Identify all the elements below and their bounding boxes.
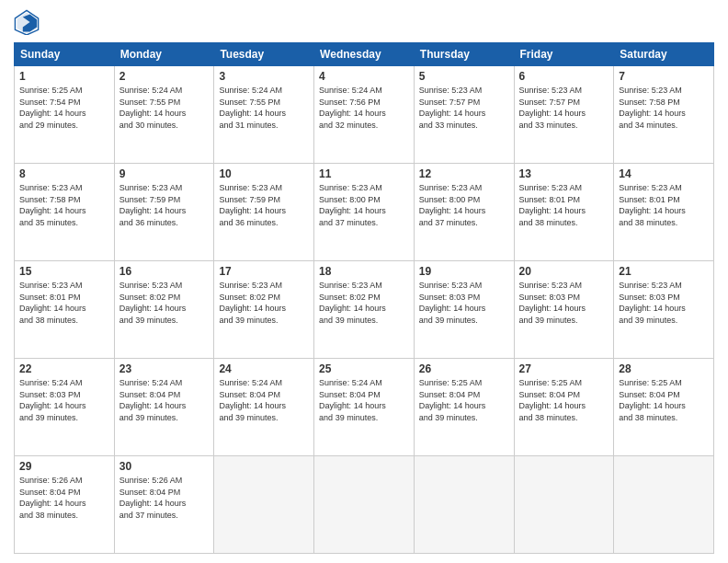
day-info-3-2: Sunrise: 5:24 AM Sunset: 8:04 PM Dayligh…: [219, 377, 309, 423]
week-row-0: 1Sunrise: 5:25 AM Sunset: 7:54 PM Daylig…: [15, 66, 714, 164]
day-cell-4-1: 30Sunrise: 5:26 AM Sunset: 8:04 PM Dayli…: [114, 456, 214, 554]
day-info-3-6: Sunrise: 5:25 AM Sunset: 8:04 PM Dayligh…: [619, 377, 709, 423]
week-row-3: 22Sunrise: 5:24 AM Sunset: 8:03 PM Dayli…: [15, 359, 714, 456]
day-info-4-1: Sunrise: 5:26 AM Sunset: 8:04 PM Dayligh…: [119, 475, 210, 521]
day-number-2-4: 19: [419, 265, 509, 278]
day-cell-0-0: 1Sunrise: 5:25 AM Sunset: 7:54 PM Daylig…: [15, 66, 115, 164]
day-cell-1-6: 14Sunrise: 5:23 AM Sunset: 8:01 PM Dayli…: [614, 164, 714, 261]
day-cell-3-6: 28Sunrise: 5:25 AM Sunset: 8:04 PM Dayli…: [614, 359, 714, 456]
header-wednesday: Wednesday: [314, 43, 415, 66]
header-thursday: Thursday: [414, 43, 514, 66]
day-info-2-1: Sunrise: 5:23 AM Sunset: 8:02 PM Dayligh…: [119, 280, 210, 326]
day-info-2-4: Sunrise: 5:23 AM Sunset: 8:03 PM Dayligh…: [419, 280, 509, 326]
page: Sunday Monday Tuesday Wednesday Thursday…: [0, 0, 728, 563]
day-number-1-5: 13: [519, 167, 609, 180]
day-cell-2-2: 17Sunrise: 5:23 AM Sunset: 8:02 PM Dayli…: [214, 261, 314, 359]
day-number-0-0: 1: [19, 70, 109, 83]
day-cell-3-0: 22Sunrise: 5:24 AM Sunset: 8:03 PM Dayli…: [15, 359, 115, 456]
day-info-1-0: Sunrise: 5:23 AM Sunset: 7:58 PM Dayligh…: [19, 182, 109, 228]
day-cell-2-6: 21Sunrise: 5:23 AM Sunset: 8:03 PM Dayli…: [614, 261, 714, 359]
day-cell-3-3: 25Sunrise: 5:24 AM Sunset: 8:04 PM Dayli…: [314, 359, 415, 456]
day-cell-0-2: 3Sunrise: 5:24 AM Sunset: 7:55 PM Daylig…: [214, 66, 314, 164]
day-number-2-0: 15: [19, 265, 109, 278]
calendar: Sunday Monday Tuesday Wednesday Thursday…: [14, 42, 714, 554]
week-row-4: 29Sunrise: 5:26 AM Sunset: 8:04 PM Dayli…: [15, 456, 714, 554]
day-cell-1-4: 12Sunrise: 5:23 AM Sunset: 8:00 PM Dayli…: [414, 164, 514, 261]
day-cell-0-1: 2Sunrise: 5:24 AM Sunset: 7:55 PM Daylig…: [114, 66, 214, 164]
day-number-4-0: 29: [19, 460, 109, 473]
day-cell-0-6: 7Sunrise: 5:23 AM Sunset: 7:58 PM Daylig…: [614, 66, 714, 164]
day-cell-0-4: 5Sunrise: 5:23 AM Sunset: 7:57 PM Daylig…: [414, 66, 514, 164]
header-friday: Friday: [514, 43, 614, 66]
day-info-0-2: Sunrise: 5:24 AM Sunset: 7:55 PM Dayligh…: [219, 85, 309, 131]
day-info-4-0: Sunrise: 5:26 AM Sunset: 8:04 PM Dayligh…: [19, 475, 109, 521]
day-number-4-1: 30: [119, 460, 210, 473]
day-number-3-6: 28: [619, 362, 709, 375]
header: [14, 9, 714, 35]
day-info-0-0: Sunrise: 5:25 AM Sunset: 7:54 PM Dayligh…: [19, 85, 109, 131]
day-cell-4-2: [214, 456, 314, 554]
day-number-3-5: 27: [519, 362, 609, 375]
day-number-2-3: 18: [319, 265, 409, 278]
day-info-0-4: Sunrise: 5:23 AM Sunset: 7:57 PM Dayligh…: [419, 85, 509, 131]
day-cell-0-5: 6Sunrise: 5:23 AM Sunset: 7:57 PM Daylig…: [514, 66, 614, 164]
day-cell-4-6: [614, 456, 714, 554]
day-cell-1-0: 8Sunrise: 5:23 AM Sunset: 7:58 PM Daylig…: [15, 164, 115, 261]
day-info-1-6: Sunrise: 5:23 AM Sunset: 8:01 PM Dayligh…: [619, 182, 709, 228]
day-info-0-3: Sunrise: 5:24 AM Sunset: 7:56 PM Dayligh…: [319, 85, 409, 131]
day-number-0-2: 3: [219, 70, 309, 83]
header-saturday: Saturday: [614, 43, 714, 66]
day-cell-2-5: 20Sunrise: 5:23 AM Sunset: 8:03 PM Dayli…: [514, 261, 614, 359]
day-cell-4-4: [414, 456, 514, 554]
day-info-1-4: Sunrise: 5:23 AM Sunset: 8:00 PM Dayligh…: [419, 182, 509, 228]
day-info-0-5: Sunrise: 5:23 AM Sunset: 7:57 PM Dayligh…: [519, 85, 609, 131]
day-cell-1-5: 13Sunrise: 5:23 AM Sunset: 8:01 PM Dayli…: [514, 164, 614, 261]
day-info-3-3: Sunrise: 5:24 AM Sunset: 8:04 PM Dayligh…: [319, 377, 409, 423]
day-info-3-0: Sunrise: 5:24 AM Sunset: 8:03 PM Dayligh…: [19, 377, 109, 423]
day-number-3-2: 24: [219, 362, 309, 375]
logo: [14, 9, 43, 35]
day-cell-1-3: 11Sunrise: 5:23 AM Sunset: 8:00 PM Dayli…: [314, 164, 415, 261]
day-number-1-4: 12: [419, 167, 509, 180]
day-info-0-1: Sunrise: 5:24 AM Sunset: 7:55 PM Dayligh…: [119, 85, 210, 131]
day-cell-3-2: 24Sunrise: 5:24 AM Sunset: 8:04 PM Dayli…: [214, 359, 314, 456]
day-info-1-2: Sunrise: 5:23 AM Sunset: 7:59 PM Dayligh…: [219, 182, 309, 228]
day-number-1-3: 11: [319, 167, 409, 180]
day-number-2-5: 20: [519, 265, 609, 278]
week-row-2: 15Sunrise: 5:23 AM Sunset: 8:01 PM Dayli…: [15, 261, 714, 359]
day-number-0-1: 2: [119, 70, 210, 83]
day-cell-1-2: 10Sunrise: 5:23 AM Sunset: 7:59 PM Dayli…: [214, 164, 314, 261]
day-cell-3-5: 27Sunrise: 5:25 AM Sunset: 8:04 PM Dayli…: [514, 359, 614, 456]
day-cell-3-4: 26Sunrise: 5:25 AM Sunset: 8:04 PM Dayli…: [414, 359, 514, 456]
day-number-1-0: 8: [19, 167, 109, 180]
day-cell-1-1: 9Sunrise: 5:23 AM Sunset: 7:59 PM Daylig…: [114, 164, 214, 261]
day-cell-0-3: 4Sunrise: 5:24 AM Sunset: 7:56 PM Daylig…: [314, 66, 415, 164]
logo-icon: [14, 9, 40, 35]
day-info-1-1: Sunrise: 5:23 AM Sunset: 7:59 PM Dayligh…: [119, 182, 210, 228]
day-info-3-4: Sunrise: 5:25 AM Sunset: 8:04 PM Dayligh…: [419, 377, 509, 423]
day-cell-4-0: 29Sunrise: 5:26 AM Sunset: 8:04 PM Dayli…: [15, 456, 115, 554]
day-number-1-2: 10: [219, 167, 309, 180]
day-info-1-3: Sunrise: 5:23 AM Sunset: 8:00 PM Dayligh…: [319, 182, 409, 228]
day-info-3-5: Sunrise: 5:25 AM Sunset: 8:04 PM Dayligh…: [519, 377, 609, 423]
day-number-0-5: 6: [519, 70, 609, 83]
day-info-0-6: Sunrise: 5:23 AM Sunset: 7:58 PM Dayligh…: [619, 85, 709, 131]
day-cell-4-3: [314, 456, 415, 554]
day-number-3-3: 25: [319, 362, 409, 375]
day-number-0-6: 7: [619, 70, 709, 83]
day-number-3-4: 26: [419, 362, 509, 375]
day-number-0-3: 4: [319, 70, 409, 83]
day-info-2-5: Sunrise: 5:23 AM Sunset: 8:03 PM Dayligh…: [519, 280, 609, 326]
day-cell-2-1: 16Sunrise: 5:23 AM Sunset: 8:02 PM Dayli…: [114, 261, 214, 359]
weekday-header-row: Sunday Monday Tuesday Wednesday Thursday…: [15, 43, 714, 66]
day-info-1-5: Sunrise: 5:23 AM Sunset: 8:01 PM Dayligh…: [519, 182, 609, 228]
day-number-1-1: 9: [119, 167, 210, 180]
day-number-2-6: 21: [619, 265, 709, 278]
header-tuesday: Tuesday: [214, 43, 314, 66]
day-number-3-0: 22: [19, 362, 109, 375]
day-cell-3-1: 23Sunrise: 5:24 AM Sunset: 8:04 PM Dayli…: [114, 359, 214, 456]
day-number-0-4: 5: [419, 70, 509, 83]
day-number-2-1: 16: [119, 265, 210, 278]
day-number-3-1: 23: [119, 362, 210, 375]
day-number-2-2: 17: [219, 265, 309, 278]
